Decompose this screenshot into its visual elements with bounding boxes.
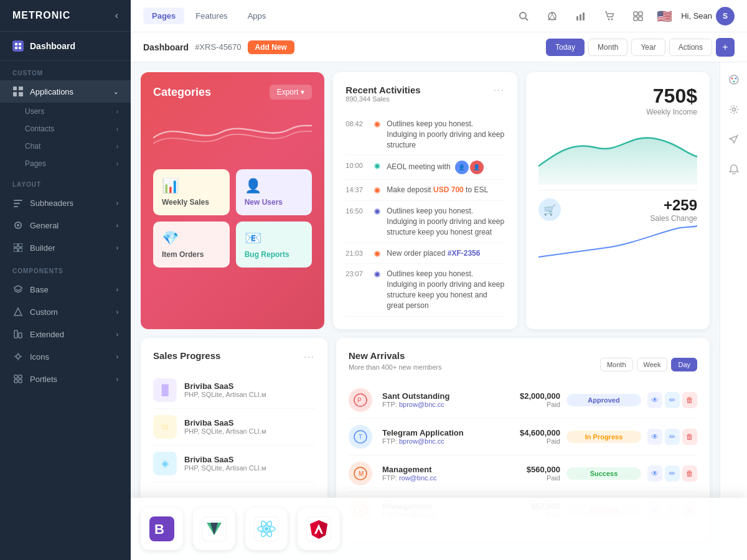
dashboard-label: Dashboard [30, 41, 75, 51]
svg-rect-10 [14, 206, 18, 207]
progress-name-1: Briviba SaaS [184, 381, 315, 391]
svg-point-32 [552, 12, 553, 14]
activity-time-5: 21:03 [345, 250, 368, 257]
palette-icon[interactable] [724, 70, 744, 90]
chart-icon[interactable] [571, 6, 591, 26]
arrival-paid-2: Paid [486, 437, 560, 445]
svg-rect-8 [14, 200, 22, 201]
svg-rect-0 [15, 43, 17, 45]
send-icon[interactable] [724, 129, 744, 149]
add-icon-button[interactable]: + [716, 38, 735, 57]
applications-chevron: ⌄ [113, 88, 118, 95]
activity-text-2: AEOL meeting with 👤 👤 [387, 161, 504, 174]
svg-rect-14 [19, 243, 22, 247]
item-orders-item[interactable]: 💎 Item Orders [153, 222, 230, 268]
year-button[interactable]: Year [631, 39, 665, 56]
bell-icon[interactable] [724, 159, 744, 179]
edit-btn-1[interactable]: ✏ [665, 392, 680, 408]
sidebar-item-base[interactable]: Base › [0, 278, 131, 301]
react-icon[interactable] [245, 508, 288, 550]
topnav-link-apps[interactable]: Apps [239, 7, 275, 24]
month-button[interactable]: Month [588, 39, 627, 56]
svg-rect-39 [580, 14, 581, 21]
delete-btn-2[interactable]: 🗑 [682, 429, 697, 445]
arrival-actions-1: 👁 ✏ 🗑 [647, 392, 697, 408]
tab-day[interactable]: Day [671, 358, 697, 371]
section-custom-label: CUSTOM [0, 61, 131, 80]
edit-btn-3[interactable]: ✏ [665, 465, 680, 482]
progress-icon-1: ▐▌ [153, 378, 177, 402]
bug-reports-item[interactable]: 📧 Bug Reports [236, 222, 312, 268]
activity-dot-2 [374, 163, 380, 169]
activity-text-4: Outlines keep you honest. Indulging in p… [387, 206, 504, 237]
builder-icon [12, 242, 24, 253]
sidebar-item-dashboard[interactable]: Dashboard [0, 32, 131, 61]
svg-rect-1 [19, 43, 21, 45]
progress-item-3: ◈ Briviba SaaS PHP, SQLite, Artisan CLI.… [153, 446, 315, 482]
arrival-amount-2: $4,600,000 [486, 428, 560, 437]
add-new-button[interactable]: Add New [248, 40, 294, 54]
sidebar-item-portlets[interactable]: Portlets › [0, 368, 131, 390]
arrival-row-1: P Sant Outstanding FTP: bprow@bnc.cc $2,… [349, 382, 697, 419]
cart-icon[interactable] [599, 6, 619, 26]
item-orders-label: Item Orders [162, 250, 221, 259]
topnav-link-features[interactable]: Features [187, 7, 236, 24]
search-icon[interactable] [514, 6, 533, 26]
svg-rect-15 [14, 248, 17, 252]
activity-time-6: 23:07 [345, 270, 368, 278]
sidebar-item-general[interactable]: General › [0, 214, 131, 236]
vue-icon[interactable] [193, 508, 235, 550]
view-btn-1[interactable]: 👁 [647, 392, 662, 408]
activity-item-5: 21:03 New order placed #XF-2356 [345, 243, 504, 264]
angular-icon[interactable] [298, 508, 340, 550]
sidebar-item-contacts[interactable]: Contacts › [0, 120, 131, 138]
svg-point-41 [608, 18, 610, 20]
bootstrap-icon[interactable]: B [141, 508, 183, 550]
svg-text:T: T [359, 434, 362, 441]
topnav: Pages Features Apps [131, 0, 747, 32]
arrival-row-3: M Management FTP: row@bnc.cc $560,000 Pa… [349, 455, 697, 492]
activity-text-6: Outlines keep you honest. Indulging in p… [387, 269, 504, 310]
topnav-link-pages[interactable]: Pages [143, 7, 184, 24]
content-area: Categories Export ▾ [131, 62, 720, 560]
tab-week[interactable]: Week [637, 358, 668, 371]
flag-icon[interactable]: 🇺🇸 [657, 9, 672, 24]
sidebar-item-custom[interactable]: Custom › [0, 301, 131, 323]
activities-menu[interactable]: ··· [494, 85, 505, 95]
today-button[interactable]: Today [546, 39, 585, 56]
svg-rect-46 [639, 17, 642, 21]
activities-card: Recent Activities 890,344 Sales ··· 08:4… [333, 72, 517, 329]
network-icon[interactable] [542, 6, 562, 26]
progress-item-2: ☆ Briviba SaaS PHP, SQLite, Artisan CLI.… [153, 409, 315, 446]
new-users-item[interactable]: 👤 New Users [236, 169, 312, 215]
view-btn-2[interactable]: 👁 [647, 429, 662, 445]
sidebar-item-chat[interactable]: Chat › [0, 138, 131, 155]
actions-button[interactable]: Actions [669, 39, 712, 56]
grid-icon[interactable] [628, 6, 648, 26]
delete-btn-3[interactable]: 🗑 [682, 465, 697, 482]
sidebar-item-applications[interactable]: Applications ⌄ [0, 80, 131, 103]
sales-progress-menu[interactable]: ··· [304, 352, 315, 362]
sidebar-item-icons[interactable]: Icons › [0, 345, 131, 368]
tab-month[interactable]: Month [600, 358, 633, 371]
sidebar-item-subheaders[interactable]: Subheaders › [0, 192, 131, 214]
sidebar-item-pages[interactable]: Pages › [0, 155, 131, 172]
settings-icon[interactable] [724, 100, 744, 119]
edit-btn-2[interactable]: ✏ [665, 429, 680, 445]
extended-icon [12, 329, 24, 340]
breadcrumb-ticket: #XRS-45670 [195, 42, 241, 52]
sidebar-toggle-icon[interactable]: ‹ [115, 10, 118, 21]
arrival-badge-1: Approved [566, 394, 641, 406]
sidebar-item-extended[interactable]: Extended › [0, 323, 131, 345]
sidebar-item-builder[interactable]: Builder › [0, 236, 131, 259]
income-amount: 750$ [538, 85, 697, 108]
export-button[interactable]: Export ▾ [270, 85, 312, 100]
activity-time-3: 14:37 [345, 186, 368, 194]
user-menu[interactable]: Hi, Sean S [681, 7, 735, 26]
delete-btn-1[interactable]: 🗑 [682, 392, 697, 408]
svg-rect-38 [576, 16, 578, 21]
view-btn-3[interactable]: 👁 [647, 465, 662, 482]
row-1: Categories Export ▾ [141, 72, 710, 329]
sidebar-item-users[interactable]: Users › [0, 103, 131, 120]
weekly-sales-item[interactable]: 📊 Weekly Sales [153, 169, 230, 215]
